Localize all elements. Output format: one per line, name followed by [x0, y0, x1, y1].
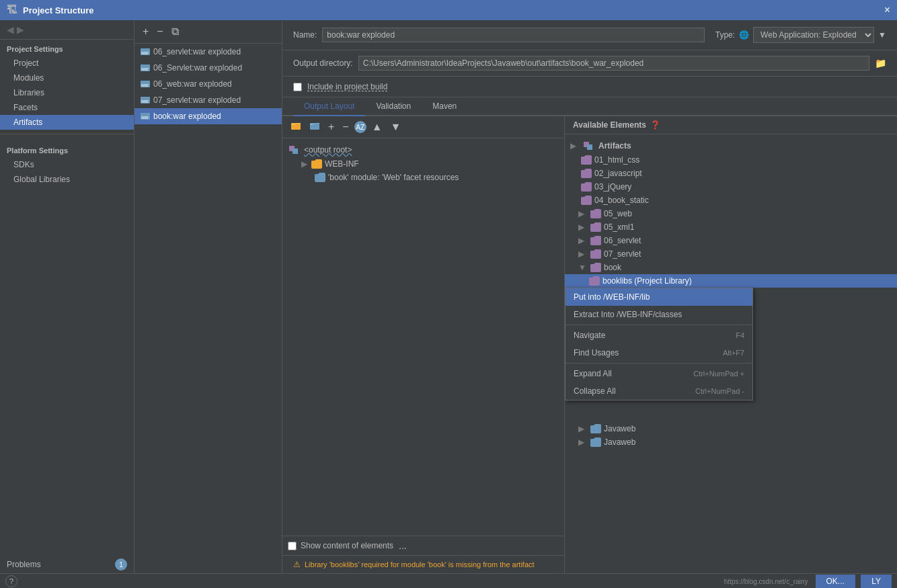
expand-arrow-icon: ▶	[570, 141, 580, 151]
artifact-detail-panel: Name: Type: 🌐 Web Application: Exploded …	[282, 20, 897, 573]
folder-purple-icon	[590, 424, 601, 433]
folder-purple-icon	[590, 222, 601, 232]
name-input[interactable]	[322, 28, 704, 42]
close-button[interactable]: ×	[884, 4, 890, 16]
include-label: Include in project build	[307, 82, 387, 91]
problems-badge: 1	[115, 558, 127, 571]
include-checkbox[interactable]	[293, 83, 302, 91]
output-dir-label: Output directory:	[293, 58, 353, 68]
tree-item-output-root[interactable]: <output root>	[282, 142, 564, 157]
available-elements-tree: ▶ Artifacts 01_html_css	[565, 134, 897, 573]
sidebar-item-libraries[interactable]: Libraries	[0, 85, 134, 100]
artifact-list-panel: + − ⧉ war 06_servlet:war exploded war 06…	[134, 20, 282, 573]
svg-rect-17	[587, 144, 592, 150]
ok-button[interactable]: OK...	[816, 575, 855, 588]
list-item[interactable]: war 07_servlet:war exploded	[134, 92, 282, 108]
move-down-button[interactable]: ▼	[388, 120, 404, 134]
expand-arrow-icon: ▶	[578, 209, 588, 218]
back-button[interactable]: ◀	[7, 24, 14, 35]
bottom-bar: ? https://blog.csdn.net/c_rainy OK... LY	[0, 573, 897, 588]
context-menu-find-usages[interactable]: Find Usages Alt+F7	[566, 344, 752, 362]
add-file-button[interactable]	[307, 119, 323, 135]
avail-item-artifacts-group[interactable]: ▶ Artifacts	[565, 138, 897, 153]
remove-element-button[interactable]: −	[340, 120, 351, 134]
type-dropdown[interactable]: Web Application: Exploded	[753, 27, 874, 43]
output-tree-panel: + − AZ ▲ ▼ <output root>	[282, 116, 565, 573]
sidebar: ◀ ▶ Project Settings Project Modules Lib…	[0, 20, 134, 573]
sidebar-item-artifacts[interactable]: Artifacts	[0, 115, 134, 130]
list-item[interactable]: war 06_servlet:war exploded	[134, 44, 282, 60]
browse-folder-button[interactable]: 📁	[875, 58, 886, 69]
avail-item-booklibs[interactable]: booklibs (Project Library)	[565, 274, 897, 288]
avail-item-book[interactable]: ▼ book	[565, 261, 897, 274]
sidebar-item-project[interactable]: Project	[0, 56, 134, 71]
avail-item-06-servlet[interactable]: ▶ 06_servlet	[565, 234, 897, 247]
context-menu-extract-into-classes[interactable]: Extract Into /WEB-INF/classes	[566, 306, 752, 323]
war-exploded-icon: war	[140, 62, 151, 73]
avail-item-03-jquery[interactable]: 03_jQuery	[565, 180, 897, 194]
tree-item-web-inf[interactable]: ▶ WEB-INF	[282, 157, 564, 171]
tab-output-layout[interactable]: Output Layout	[293, 97, 365, 116]
sidebar-item-modules[interactable]: Modules	[0, 71, 134, 85]
expand-icon: ▶	[301, 159, 307, 169]
cancel-button[interactable]: LY	[861, 575, 892, 588]
more-options-button[interactable]: ...	[399, 540, 407, 551]
artifact-toolbar: + − ⧉	[134, 20, 282, 44]
expand-arrow-icon: ▶	[578, 437, 588, 447]
type-icon: 🌐	[739, 30, 749, 40]
collapse-arrow-icon: ▼	[578, 263, 588, 272]
resource-icon	[315, 173, 325, 182]
list-item[interactable]: war 06_web:war exploded	[134, 76, 282, 92]
folder-purple-icon	[590, 236, 601, 245]
show-content-label: Show content of elements	[301, 541, 393, 550]
type-dropdown-arrow-icon: ▼	[878, 30, 886, 40]
tab-maven[interactable]: Maven	[422, 97, 467, 116]
add-element-button[interactable]: +	[325, 120, 337, 134]
forward-button[interactable]: ▶	[17, 24, 24, 35]
folder-purple-icon	[581, 182, 592, 192]
help-icon[interactable]: ❓	[650, 120, 660, 130]
name-field-row: Name:	[293, 28, 705, 42]
copy-artifact-button[interactable]: ⧉	[169, 24, 182, 39]
type-label: Type:	[715, 30, 735, 40]
add-folder-button[interactable]	[288, 119, 304, 135]
type-selector: Type: 🌐 Web Application: Exploded ▼	[715, 27, 886, 43]
remove-artifact-button[interactable]: −	[154, 24, 165, 39]
add-folder-icon	[290, 120, 301, 131]
output-dir-input[interactable]	[358, 56, 869, 71]
list-item-selected[interactable]: war book:war exploded	[134, 108, 282, 124]
help-button[interactable]: ?	[5, 575, 17, 587]
tab-validation[interactable]: Validation	[365, 97, 422, 116]
avail-item-07-servlet[interactable]: ▶ 07_servlet	[565, 247, 897, 261]
avail-item-02-javascript[interactable]: 02_javascript	[565, 167, 897, 180]
sidebar-item-global-libraries[interactable]: Global Libraries	[0, 172, 134, 187]
add-artifact-button[interactable]: +	[140, 24, 151, 39]
sort-button[interactable]: AZ	[354, 121, 366, 133]
problems-row[interactable]: Problems 1	[0, 556, 134, 573]
context-menu-navigate[interactable]: Navigate F4	[566, 327, 752, 344]
folder-icon	[311, 159, 322, 169]
avail-item-05-web[interactable]: ▶ 05_web	[565, 207, 897, 220]
list-item[interactable]: war 06_Servlet:war exploded	[134, 60, 282, 76]
context-menu-expand-all[interactable]: Expand All Ctrl+NumPad +	[566, 365, 752, 382]
folder-purple-icon	[581, 169, 592, 178]
avail-item-01-html-css[interactable]: 01_html_css	[565, 153, 897, 167]
context-menu: Put into /WEB-INF/lib Extract Into /WEB-…	[565, 288, 753, 401]
name-type-row: Name: Type: 🌐 Web Application: Exploded …	[282, 20, 897, 50]
sidebar-item-sdks[interactable]: SDKs	[0, 157, 134, 172]
avail-item-05-xml1[interactable]: ▶ 05_xml1	[565, 220, 897, 234]
move-up-button[interactable]: ▲	[369, 120, 385, 134]
context-menu-collapse-all[interactable]: Collapse All Ctrl+NumPad -	[566, 382, 752, 400]
tree-item-book-resources[interactable]: 'book' module: 'Web' facet resources	[282, 171, 564, 184]
title-bar: 🏗 Project Structure ×	[0, 0, 897, 20]
svg-text:war: war	[141, 99, 149, 103]
artifacts-group-icon	[582, 140, 596, 151]
war-exploded-icon: war	[140, 79, 151, 89]
sidebar-item-facets[interactable]: Facets	[0, 100, 134, 115]
context-menu-put-into-webinf-lib[interactable]: Put into /WEB-INF/lib	[566, 288, 752, 306]
project-structure-window: 🏗 Project Structure × ◀ ▶ Project Settin…	[0, 0, 897, 588]
avail-item-javaweb-1[interactable]: ▶ Javaweb	[565, 422, 897, 435]
avail-item-04-book-static[interactable]: 04_book_static	[565, 194, 897, 207]
show-content-checkbox[interactable]	[288, 542, 297, 550]
avail-item-javaweb-2[interactable]: ▶ Javaweb	[565, 435, 897, 449]
